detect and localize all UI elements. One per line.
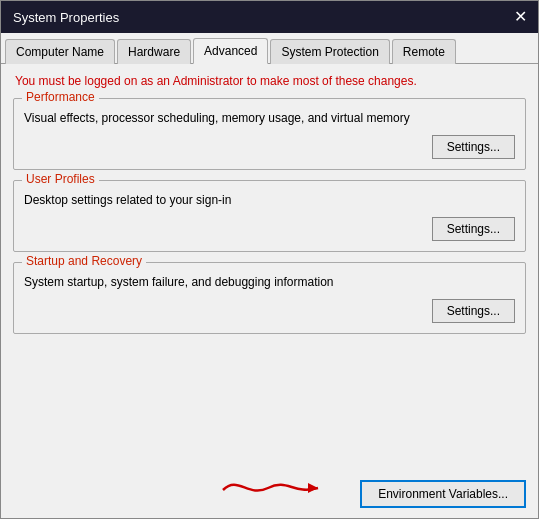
startup-recovery-settings-button[interactable]: Settings... <box>432 299 515 323</box>
window-title: System Properties <box>13 10 119 25</box>
performance-settings-button[interactable]: Settings... <box>432 135 515 159</box>
bottom-row: Environment Variables... <box>1 474 538 518</box>
svg-marker-0 <box>308 483 318 493</box>
startup-recovery-btn-row: Settings... <box>24 299 515 323</box>
performance-btn-row: Settings... <box>24 135 515 159</box>
performance-desc: Visual effects, processor scheduling, me… <box>24 111 515 125</box>
user-profiles-section: User Profiles Desktop settings related t… <box>13 180 526 252</box>
user-profiles-btn-row: Settings... <box>24 217 515 241</box>
startup-recovery-legend: Startup and Recovery <box>22 254 146 268</box>
admin-notice: You must be logged on as an Administrato… <box>13 74 526 88</box>
tab-computer-name[interactable]: Computer Name <box>5 39 115 64</box>
tab-remote[interactable]: Remote <box>392 39 456 64</box>
tab-bar: Computer Name Hardware Advanced System P… <box>1 33 538 64</box>
startup-recovery-section: Startup and Recovery System startup, sys… <box>13 262 526 334</box>
performance-section: Performance Visual effects, processor sc… <box>13 98 526 170</box>
user-profiles-legend: User Profiles <box>22 172 99 186</box>
environment-variables-button[interactable]: Environment Variables... <box>360 480 526 508</box>
tab-hardware[interactable]: Hardware <box>117 39 191 64</box>
startup-recovery-desc: System startup, system failure, and debu… <box>24 275 515 289</box>
close-button[interactable]: ✕ <box>510 7 530 27</box>
tab-content: You must be logged on as an Administrato… <box>1 64 538 474</box>
system-properties-window: System Properties ✕ Computer Name Hardwa… <box>0 0 539 519</box>
tab-advanced[interactable]: Advanced <box>193 38 268 64</box>
annotation-arrow <box>218 470 338 500</box>
user-profiles-desc: Desktop settings related to your sign-in <box>24 193 515 207</box>
title-bar: System Properties ✕ <box>1 1 538 33</box>
user-profiles-settings-button[interactable]: Settings... <box>432 217 515 241</box>
tab-system-protection[interactable]: System Protection <box>270 39 389 64</box>
performance-legend: Performance <box>22 90 99 104</box>
